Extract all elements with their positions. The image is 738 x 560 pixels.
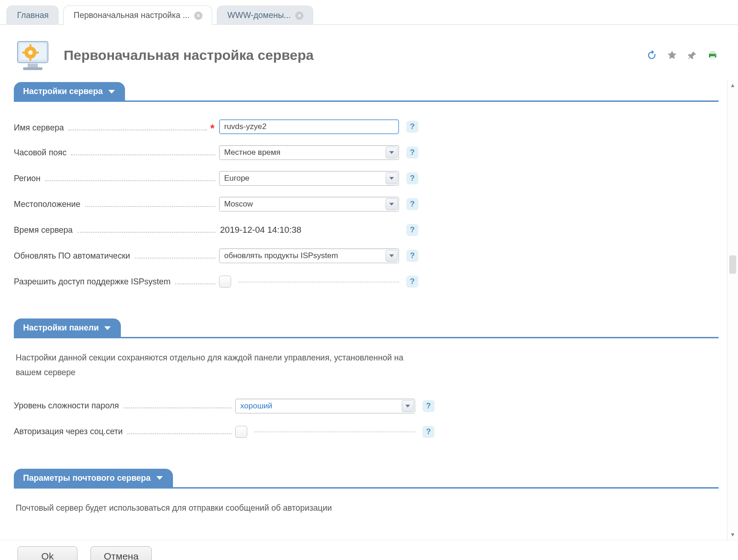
refresh-icon[interactable]: [646, 49, 658, 61]
field-label: Авторизация через соц.сети: [14, 427, 123, 436]
print-icon[interactable]: [707, 49, 719, 61]
field-label: Регион: [14, 174, 41, 183]
ok-button[interactable]: Ok: [18, 546, 77, 560]
form-scroll-pane: Настройки сервера Имя сервера * ? Часово…: [0, 80, 727, 540]
password-strength-select[interactable]: [235, 399, 415, 413]
row-autoupdate: Обновлять ПО автоматически ?: [14, 243, 719, 269]
tab-main[interactable]: Главная: [6, 6, 59, 25]
vertical-scrollbar[interactable]: ▲ ▼: [727, 80, 738, 540]
svg-rect-7: [30, 57, 31, 61]
section-header-server[interactable]: Настройки сервера: [14, 82, 125, 101]
cancel-button[interactable]: Отмена: [90, 546, 152, 560]
region-select[interactable]: [219, 171, 399, 186]
svg-rect-8: [22, 52, 26, 53]
section-server-settings: Настройки сервера Имя сервера * ? Часово…: [14, 82, 719, 295]
svg-rect-12: [710, 56, 715, 59]
row-timezone: Часовой пояс ?: [14, 140, 719, 165]
tab-initial-setup[interactable]: Первоначальная настройка ... ×: [63, 6, 212, 25]
svg-point-5: [28, 50, 33, 55]
page-header: Первоначальная настройка сервера: [0, 25, 738, 80]
chevron-down-icon: [104, 326, 111, 330]
svg-rect-6: [30, 44, 31, 48]
svg-point-13: [715, 54, 716, 55]
help-icon[interactable]: ?: [406, 250, 418, 262]
row-password-strength: Уровень сложности пароля ?: [14, 393, 719, 419]
tab-label: Первоначальная настройка ...: [74, 11, 190, 20]
field-label: Часовой пояс: [14, 148, 66, 158]
dotted-divider: [238, 282, 399, 283]
panel-note: Настройки данной секции сохраняются отде…: [16, 350, 431, 380]
section-title: Настройки панели: [23, 323, 99, 333]
server-time-value: 2019-12-04 14:10:38: [219, 225, 301, 235]
section-header-panel[interactable]: Настройки панели: [14, 318, 121, 337]
field-label: Имя сервера: [14, 123, 64, 133]
header-actions: [646, 49, 724, 61]
field-label: Местоположение: [14, 200, 80, 209]
hostname-input[interactable]: [219, 119, 399, 134]
row-support-access: Разрешить доступ поддержке ISPsystem ?: [14, 269, 719, 295]
dotted-divider: [255, 431, 415, 432]
help-icon[interactable]: ?: [406, 147, 418, 159]
star-icon[interactable]: [666, 49, 678, 61]
help-icon[interactable]: ?: [406, 198, 418, 210]
pin-icon[interactable]: [686, 49, 698, 61]
footer: Ok Отмена: [0, 540, 738, 560]
row-social-auth: Авторизация через соц.сети ?: [14, 419, 719, 445]
page-title: Первоначальная настройка сервера: [64, 47, 636, 63]
section-panel-settings: Настройки панели Настройки данной секции…: [14, 318, 719, 445]
dropdown-icon[interactable]: [386, 250, 398, 262]
support-access-checkbox[interactable]: [219, 276, 231, 288]
tab-label: WWW-домены...: [227, 11, 291, 20]
chevron-down-icon: [108, 90, 115, 94]
section-title: Настройки сервера: [23, 87, 103, 96]
tabs-strip: Главная Первоначальная настройка ... × W…: [0, 4, 738, 25]
mail-note: Почтовый сервер будет использоваться для…: [16, 501, 431, 515]
dropdown-icon[interactable]: [402, 400, 414, 412]
field-label: Обновлять ПО автоматически: [14, 251, 130, 261]
row-region: Регион ?: [14, 165, 719, 191]
close-icon[interactable]: ×: [194, 12, 202, 20]
scroll-down-icon[interactable]: ▼: [727, 530, 738, 540]
section-title: Параметры почтового сервера: [23, 473, 151, 483]
help-icon[interactable]: ?: [406, 121, 418, 133]
svg-rect-2: [28, 64, 38, 67]
svg-rect-11: [710, 51, 715, 54]
help-icon[interactable]: ?: [406, 224, 418, 236]
help-icon[interactable]: ?: [423, 426, 434, 438]
required-asterisk: *: [210, 122, 214, 135]
close-icon[interactable]: ×: [295, 12, 304, 20]
row-hostname: Имя сервера * ?: [14, 114, 719, 140]
svg-rect-3: [23, 67, 42, 70]
monitor-gear-icon: [14, 39, 54, 72]
help-icon[interactable]: ?: [423, 400, 434, 412]
help-icon[interactable]: ?: [406, 172, 418, 184]
svg-rect-9: [35, 52, 39, 53]
row-location: Местоположение ?: [14, 191, 719, 217]
row-server-time: Время сервера 2019-12-04 14:10:38 ?: [14, 217, 719, 243]
tab-www-domains[interactable]: WWW-домены... ×: [217, 6, 313, 25]
scrollbar-thumb[interactable]: [729, 255, 736, 274]
scroll-up-icon[interactable]: ▲: [727, 80, 738, 90]
section-mail-settings: Параметры почтового сервера Почтовый сер…: [14, 469, 719, 515]
timezone-select[interactable]: [219, 145, 399, 160]
dropdown-icon[interactable]: [386, 172, 398, 184]
location-select[interactable]: [219, 197, 399, 212]
field-label: Время сервера: [14, 225, 73, 235]
field-label: Уровень сложности пароля: [14, 401, 119, 411]
autoupdate-select[interactable]: [219, 248, 399, 263]
field-label: Разрешить доступ поддержке ISPsystem: [14, 277, 171, 287]
dropdown-icon[interactable]: [386, 198, 398, 210]
chevron-down-icon: [156, 476, 163, 480]
tab-label: Главная: [17, 11, 49, 20]
social-auth-checkbox[interactable]: [235, 426, 247, 438]
dropdown-icon[interactable]: [386, 147, 398, 159]
help-icon[interactable]: ?: [406, 276, 418, 288]
section-header-mail[interactable]: Параметры почтового сервера: [14, 469, 173, 488]
